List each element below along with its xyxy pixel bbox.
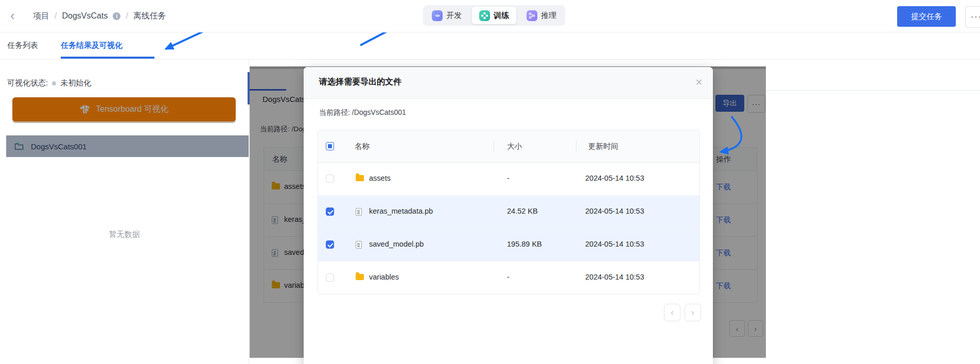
breadcrumb-project[interactable]: 项目 <box>33 11 49 22</box>
tab-train-label: 训练 <box>494 11 509 21</box>
tab-inference-label: 推理 <box>541 11 556 21</box>
modal-prev-page-button[interactable]: ‹ <box>664 304 680 321</box>
result-folder-icon <box>14 142 24 150</box>
tab-task-result[interactable]: 任务结果及可视化 <box>61 32 122 59</box>
modal-table-header: 名称 大小 更新时间 <box>318 130 699 163</box>
export-file-modal: 请选择需要导出的文件 ✕ 当前路径: /DogsVsCats001 名称 大小 … <box>304 67 713 364</box>
row-checkbox[interactable] <box>326 175 334 183</box>
app-header: ‹ 项目 / DogsVsCats i / 离线任务 </> 开发 训练 推理 … <box>0 0 980 32</box>
empty-data-text: 暂无数据 <box>0 230 249 239</box>
breadcrumb-name[interactable]: DogsVsCats <box>62 11 108 21</box>
inference-icon <box>527 10 537 21</box>
file-time: 2024-05-14 10:53 <box>585 273 644 281</box>
folder-icon <box>356 175 364 181</box>
folder-icon <box>356 274 364 280</box>
row-checkbox[interactable] <box>326 273 334 282</box>
file-size: - <box>507 273 510 281</box>
status-label: 可视化状态: <box>7 78 48 88</box>
table-row: keras_metadata.pb 24.52 KB 2024-05-14 10… <box>318 196 699 229</box>
breadcrumb: 项目 / DogsVsCats i / 离线任务 <box>33 0 166 32</box>
column-divider <box>494 140 494 152</box>
row-checkbox[interactable] <box>326 207 334 216</box>
info-icon[interactable]: i <box>113 12 120 20</box>
file-name: keras_metadata.pb <box>369 207 433 215</box>
file-icon <box>356 241 362 249</box>
tensorboard-button[interactable]: Tensorboard 可视化 <box>12 97 236 122</box>
env-segmented-control: </> 开发 训练 推理 <box>423 5 565 26</box>
modal-file-table: 名称 大小 更新时间 assets - 2024-05-14 10:53 ker… <box>318 130 700 294</box>
breadcrumb-separator: / <box>55 11 57 21</box>
tab-task-list[interactable]: 任务列表 <box>7 32 38 59</box>
table-row: saved_model.pb 195.89 KB 2024-05-14 10:5… <box>318 229 699 262</box>
status-value: 未初始化 <box>60 78 91 88</box>
result-item-label: DogsVsCats001 <box>31 142 86 151</box>
tensorflow-icon <box>79 104 91 115</box>
file-name: assets <box>369 174 391 182</box>
file-size: - <box>507 174 510 182</box>
modal-path-label: 当前路径: <box>319 108 350 116</box>
tab-inference[interactable]: 推理 <box>519 7 564 24</box>
modal-current-path: 当前路径: /DogsVsCats001 <box>319 108 406 117</box>
column-divider <box>576 140 576 152</box>
status-dot-icon <box>52 81 56 85</box>
visualization-status: 可视化状态: 未初始化 <box>7 78 91 88</box>
back-icon[interactable]: ‹ <box>10 9 23 23</box>
select-all-checkbox[interactable] <box>326 142 334 150</box>
result-list-item-selected[interactable]: DogsVsCats001 <box>6 135 249 157</box>
table-row: assets - 2024-05-14 10:53 <box>318 163 699 196</box>
tab-train[interactable]: 训练 <box>472 7 516 24</box>
modal-header: 请选择需要导出的文件 ✕ <box>304 67 713 99</box>
column-time: 更新时间 <box>588 142 618 151</box>
file-size: 24.52 KB <box>507 207 538 215</box>
train-icon <box>479 10 490 21</box>
column-size: 大小 <box>507 142 522 151</box>
close-icon[interactable]: ✕ <box>693 76 705 89</box>
file-icon <box>356 208 362 216</box>
file-time: 2024-05-14 10:53 <box>585 240 644 248</box>
active-tab-underline <box>61 57 154 59</box>
submit-task-button[interactable]: 提交任务 <box>897 6 956 27</box>
file-name: saved_model.pb <box>369 240 424 248</box>
table-row: variables - 2024-05-14 10:53 <box>318 262 699 294</box>
file-name: variables <box>369 273 399 281</box>
visualization-panel: 可视化状态: 未初始化 Tensorboard 可视化 DogsVsCats00… <box>0 59 249 364</box>
modal-next-page-button[interactable]: › <box>685 304 701 321</box>
tab-develop[interactable]: </> 开发 <box>425 7 469 24</box>
file-time: 2024-05-14 10:53 <box>585 174 644 182</box>
code-icon: </> <box>432 10 443 21</box>
column-name: 名称 <box>355 142 370 151</box>
file-time: 2024-05-14 10:53 <box>585 207 644 215</box>
modal-path-value: /DogsVsCats001 <box>352 108 406 116</box>
breadcrumb-separator: / <box>126 11 128 21</box>
page-tabbar: 任务列表 任务结果及可视化 <box>0 32 980 60</box>
file-size: 195.89 KB <box>507 240 542 248</box>
row-checkbox[interactable] <box>326 240 334 249</box>
tensorboard-button-label: Tensorboard 可视化 <box>96 104 168 115</box>
breadcrumb-page: 离线任务 <box>133 11 166 22</box>
more-actions-button[interactable]: ··· <box>965 6 980 28</box>
tab-develop-label: 开发 <box>446 11 462 21</box>
background-divider <box>766 90 980 91</box>
modal-title: 请选择需要导出的文件 <box>319 77 401 88</box>
